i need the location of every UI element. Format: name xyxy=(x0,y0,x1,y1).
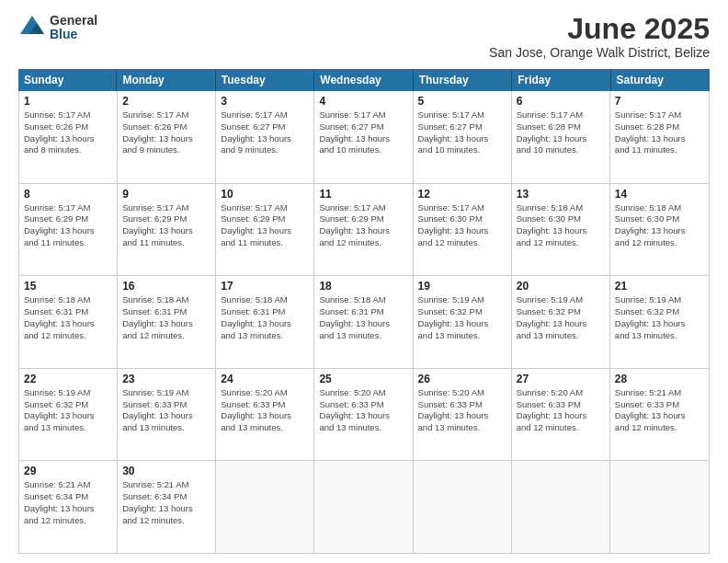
calendar-cell: 25Sunrise: 5:20 AM Sunset: 6:33 PM Dayli… xyxy=(314,369,413,461)
day-info: Sunrise: 5:18 AM Sunset: 6:31 PM Dayligh… xyxy=(319,294,407,341)
logo-general: General xyxy=(50,14,97,28)
month-title: June 2025 xyxy=(489,14,710,43)
day-info: Sunrise: 5:17 AM Sunset: 6:30 PM Dayligh… xyxy=(418,202,506,249)
day-info: Sunrise: 5:17 AM Sunset: 6:29 PM Dayligh… xyxy=(122,202,210,249)
calendar-cell: 12Sunrise: 5:17 AM Sunset: 6:30 PM Dayli… xyxy=(414,184,512,276)
day-number: 12 xyxy=(418,188,506,201)
calendar-cell: 30Sunrise: 5:21 AM Sunset: 6:34 PM Dayli… xyxy=(118,461,216,553)
day-number: 27 xyxy=(517,373,605,385)
day-number: 23 xyxy=(122,373,210,385)
weekday-header: Saturday xyxy=(611,69,710,91)
calendar-cell: 10Sunrise: 5:17 AM Sunset: 6:29 PM Dayli… xyxy=(216,184,314,276)
calendar-cell: 11Sunrise: 5:17 AM Sunset: 6:29 PM Dayli… xyxy=(314,184,413,276)
title-block: June 2025 San Jose, Orange Walk District… xyxy=(489,14,710,60)
calendar-cell xyxy=(512,461,610,553)
calendar-cell: 8Sunrise: 5:17 AM Sunset: 6:29 PM Daylig… xyxy=(19,184,118,276)
calendar-cell: 21Sunrise: 5:19 AM Sunset: 6:32 PM Dayli… xyxy=(610,276,709,368)
weekday-header: Tuesday xyxy=(216,69,314,91)
calendar-header: SundayMondayTuesdayWednesdayThursdayFrid… xyxy=(18,69,710,91)
day-info: Sunrise: 5:17 AM Sunset: 6:29 PM Dayligh… xyxy=(319,202,407,249)
calendar-row: 22Sunrise: 5:19 AM Sunset: 6:32 PM Dayli… xyxy=(19,369,709,462)
day-info: Sunrise: 5:21 AM Sunset: 6:34 PM Dayligh… xyxy=(24,479,112,526)
calendar-cell: 13Sunrise: 5:18 AM Sunset: 6:30 PM Dayli… xyxy=(512,184,610,276)
calendar-cell: 24Sunrise: 5:20 AM Sunset: 6:33 PM Dayli… xyxy=(216,369,314,461)
day-number: 29 xyxy=(24,465,112,477)
calendar-cell: 20Sunrise: 5:19 AM Sunset: 6:32 PM Dayli… xyxy=(512,276,610,368)
day-number: 3 xyxy=(221,95,309,108)
day-number: 20 xyxy=(517,280,605,293)
day-info: Sunrise: 5:18 AM Sunset: 6:31 PM Dayligh… xyxy=(221,294,309,341)
weekday-header: Friday xyxy=(512,69,610,91)
calendar-row: 1Sunrise: 5:17 AM Sunset: 6:26 PM Daylig… xyxy=(19,91,709,184)
page: General Blue June 2025 San Jose, Orange … xyxy=(0,0,728,563)
day-number: 21 xyxy=(615,280,704,293)
day-number: 28 xyxy=(615,373,704,385)
day-info: Sunrise: 5:18 AM Sunset: 6:31 PM Dayligh… xyxy=(122,294,210,341)
day-info: Sunrise: 5:18 AM Sunset: 6:30 PM Dayligh… xyxy=(615,202,704,249)
day-info: Sunrise: 5:17 AM Sunset: 6:27 PM Dayligh… xyxy=(221,109,309,156)
day-number: 13 xyxy=(517,188,605,201)
day-number: 9 xyxy=(122,188,210,201)
calendar-cell: 27Sunrise: 5:20 AM Sunset: 6:33 PM Dayli… xyxy=(512,369,610,461)
day-info: Sunrise: 5:19 AM Sunset: 6:32 PM Dayligh… xyxy=(418,294,506,341)
calendar-row: 29Sunrise: 5:21 AM Sunset: 6:34 PM Dayli… xyxy=(19,461,709,553)
logo: General Blue xyxy=(18,14,97,42)
day-number: 25 xyxy=(319,373,407,385)
day-number: 10 xyxy=(221,188,309,201)
weekday-header: Monday xyxy=(117,69,215,91)
calendar-cell: 23Sunrise: 5:19 AM Sunset: 6:33 PM Dayli… xyxy=(118,369,216,461)
calendar-row: 8Sunrise: 5:17 AM Sunset: 6:29 PM Daylig… xyxy=(19,184,709,277)
calendar-cell: 19Sunrise: 5:19 AM Sunset: 6:32 PM Dayli… xyxy=(414,276,512,368)
day-number: 4 xyxy=(319,95,407,108)
weekday-header: Wednesday xyxy=(314,69,413,91)
day-info: Sunrise: 5:17 AM Sunset: 6:26 PM Dayligh… xyxy=(122,109,210,156)
calendar-cell: 4Sunrise: 5:17 AM Sunset: 6:27 PM Daylig… xyxy=(314,91,413,183)
day-info: Sunrise: 5:19 AM Sunset: 6:32 PM Dayligh… xyxy=(615,294,704,341)
logo-blue: Blue xyxy=(50,28,97,41)
calendar-cell: 9Sunrise: 5:17 AM Sunset: 6:29 PM Daylig… xyxy=(118,184,216,276)
calendar-cell: 1Sunrise: 5:17 AM Sunset: 6:26 PM Daylig… xyxy=(19,91,118,183)
day-number: 24 xyxy=(221,373,309,385)
logo-icon xyxy=(18,14,46,41)
day-info: Sunrise: 5:20 AM Sunset: 6:33 PM Dayligh… xyxy=(517,387,605,434)
day-number: 22 xyxy=(24,373,112,385)
logo-text: General Blue xyxy=(50,14,97,42)
day-number: 14 xyxy=(615,188,704,201)
day-info: Sunrise: 5:17 AM Sunset: 6:28 PM Dayligh… xyxy=(517,109,605,156)
day-number: 8 xyxy=(24,188,112,201)
day-info: Sunrise: 5:17 AM Sunset: 6:29 PM Dayligh… xyxy=(221,202,309,249)
day-number: 15 xyxy=(24,280,112,293)
day-info: Sunrise: 5:17 AM Sunset: 6:29 PM Dayligh… xyxy=(24,202,112,249)
day-number: 11 xyxy=(319,188,407,201)
calendar-cell: 22Sunrise: 5:19 AM Sunset: 6:32 PM Dayli… xyxy=(19,369,118,461)
day-number: 30 xyxy=(122,465,210,477)
day-info: Sunrise: 5:20 AM Sunset: 6:33 PM Dayligh… xyxy=(319,387,407,434)
day-number: 16 xyxy=(122,280,210,293)
day-info: Sunrise: 5:19 AM Sunset: 6:33 PM Dayligh… xyxy=(122,387,210,434)
day-info: Sunrise: 5:21 AM Sunset: 6:33 PM Dayligh… xyxy=(615,387,704,434)
calendar-cell xyxy=(216,461,314,553)
calendar-cell: 6Sunrise: 5:17 AM Sunset: 6:28 PM Daylig… xyxy=(512,91,610,183)
day-info: Sunrise: 5:17 AM Sunset: 6:28 PM Dayligh… xyxy=(615,109,704,156)
location: San Jose, Orange Walk District, Belize xyxy=(489,45,710,60)
day-info: Sunrise: 5:20 AM Sunset: 6:33 PM Dayligh… xyxy=(221,387,309,434)
weekday-header: Thursday xyxy=(414,69,512,91)
day-info: Sunrise: 5:18 AM Sunset: 6:30 PM Dayligh… xyxy=(517,202,605,249)
calendar-cell: 18Sunrise: 5:18 AM Sunset: 6:31 PM Dayli… xyxy=(314,276,413,368)
day-number: 18 xyxy=(319,280,407,293)
day-info: Sunrise: 5:17 AM Sunset: 6:27 PM Dayligh… xyxy=(418,109,506,156)
calendar-cell: 3Sunrise: 5:17 AM Sunset: 6:27 PM Daylig… xyxy=(216,91,314,183)
calendar-cell: 28Sunrise: 5:21 AM Sunset: 6:33 PM Dayli… xyxy=(610,369,709,461)
day-number: 17 xyxy=(221,280,309,293)
calendar-row: 15Sunrise: 5:18 AM Sunset: 6:31 PM Dayli… xyxy=(19,276,709,369)
calendar-cell: 16Sunrise: 5:18 AM Sunset: 6:31 PM Dayli… xyxy=(118,276,216,368)
day-number: 1 xyxy=(24,95,112,108)
weekday-header: Sunday xyxy=(18,69,117,91)
calendar-cell: 15Sunrise: 5:18 AM Sunset: 6:31 PM Dayli… xyxy=(19,276,118,368)
calendar-cell: 17Sunrise: 5:18 AM Sunset: 6:31 PM Dayli… xyxy=(216,276,314,368)
calendar-cell: 2Sunrise: 5:17 AM Sunset: 6:26 PM Daylig… xyxy=(118,91,216,183)
calendar-cell: 26Sunrise: 5:20 AM Sunset: 6:33 PM Dayli… xyxy=(414,369,512,461)
calendar-body: 1Sunrise: 5:17 AM Sunset: 6:26 PM Daylig… xyxy=(18,91,710,554)
day-info: Sunrise: 5:20 AM Sunset: 6:33 PM Dayligh… xyxy=(418,387,506,434)
calendar: SundayMondayTuesdayWednesdayThursdayFrid… xyxy=(18,69,710,554)
